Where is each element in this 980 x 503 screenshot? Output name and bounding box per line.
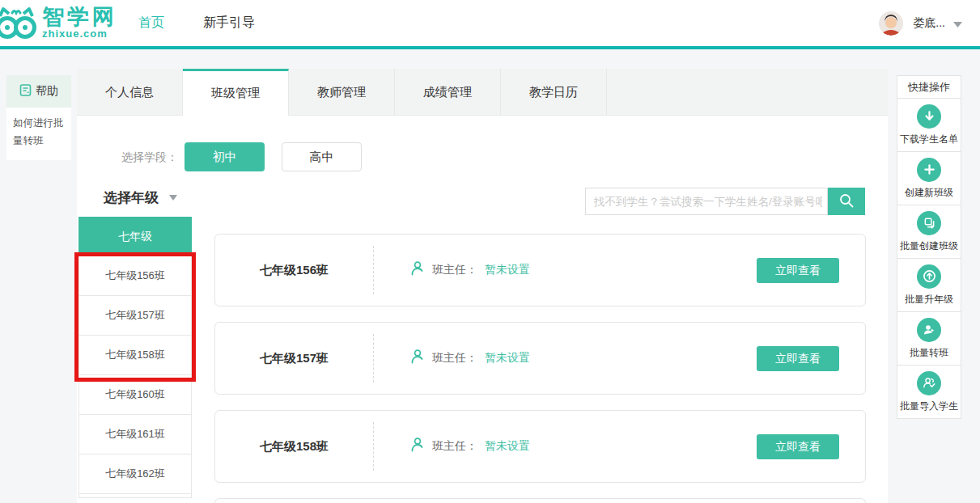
grade-select-label: 选择年级 (104, 190, 159, 205)
owl-logo-icon (0, 5, 37, 42)
help-title: 帮助 (36, 84, 58, 99)
quick-action-batch-create-classes[interactable]: 批量创建班级 (897, 205, 961, 259)
page: 智学网 zhixue.com 首页 新手引导 娄底... (0, 0, 980, 503)
user-menu[interactable]: 娄底... (879, 0, 962, 46)
brand-domain: zhixue.com (42, 27, 117, 40)
tab-bar-filler (607, 69, 888, 116)
users-import-icon (917, 371, 941, 395)
tab-class-management[interactable]: 班级管理 (183, 69, 289, 116)
help-link-batch-transfer[interactable]: 如何进行批量转班 (13, 117, 64, 146)
class-card: 七年级158班 班主任： 暂未设置 立即查看 (214, 410, 866, 483)
quick-action-create-class[interactable]: 创建新班级 (897, 151, 961, 205)
tab-content: 选择学段： 初中 高中 选择年级 (77, 116, 888, 503)
help-sidebar: 帮助 如何进行批量转班 (6, 75, 71, 160)
class-card-partial (214, 498, 866, 503)
grade-tile-active[interactable]: 七年级 (78, 217, 192, 256)
class-card-list: 七年级156班 班主任： 暂未设置 立即查看 (214, 234, 866, 503)
class-card-name: 七年级156班 (215, 235, 373, 306)
head-teacher-label: 班主任： (432, 263, 477, 277)
head-teacher-value[interactable]: 暂未设置 (485, 263, 530, 277)
class-card: 七年级156班 班主任： 暂未设置 立即查看 (214, 234, 866, 306)
person-icon (409, 349, 425, 368)
quick-action-batch-promote-grade[interactable]: 批量升年级 (897, 258, 961, 312)
stage-button-senior[interactable]: 高中 (282, 142, 362, 171)
help-doc-icon (19, 84, 32, 99)
person-icon (409, 437, 425, 456)
class-list: 七年级 七年级156班 七年级157班 七年级158班 七年级160班 七年级1… (78, 217, 192, 498)
head-teacher-label: 班主任： (432, 439, 477, 454)
chevron-down-icon (953, 16, 962, 31)
head-teacher-label: 班主任： (432, 351, 477, 366)
head-teacher-value[interactable]: 暂未设置 (485, 351, 530, 366)
student-search (585, 188, 865, 215)
person-icon (409, 260, 425, 280)
quick-actions-sidebar: 快捷操作 下载学生名单 创建新班级 (897, 75, 961, 419)
tab-teacher-management[interactable]: 教师管理 (289, 69, 395, 116)
help-header: 帮助 (6, 75, 71, 108)
nav-beginner-guide[interactable]: 新手引导 (203, 15, 255, 32)
tab-teaching-calendar[interactable]: 教学日历 (501, 69, 607, 116)
stage-button-junior[interactable]: 初中 (185, 142, 265, 171)
search-icon (838, 192, 855, 211)
top-nav: 首页 新手引导 (138, 15, 255, 32)
class-list-item[interactable]: 七年级156班 (78, 256, 192, 296)
user-transfer-icon (917, 318, 941, 342)
main-panel: 个人信息 班级管理 教师管理 成绩管理 教学日历 选择学段： 初中 高中 选择年… (77, 69, 888, 503)
avatar (879, 11, 903, 36)
user-name: 娄底... (913, 16, 945, 31)
class-list-item[interactable]: 七年级160班 (78, 374, 192, 415)
download-icon (917, 104, 941, 129)
class-list-item[interactable]: 七年级158班 (78, 335, 192, 375)
dashed-divider (373, 334, 374, 383)
quick-action-download-roster[interactable]: 下载学生名单 (897, 98, 961, 152)
tab-personal-info[interactable]: 个人信息 (77, 69, 183, 116)
class-card-name: 七年级157班 (215, 323, 373, 394)
class-list-item-partial (78, 493, 192, 498)
dashed-divider (373, 246, 374, 294)
copy-plus-icon (917, 211, 941, 235)
tab-score-management[interactable]: 成绩管理 (395, 69, 501, 116)
brand-logo[interactable]: 智学网 zhixue.com (0, 5, 117, 42)
view-now-button[interactable]: 立即查看 (757, 346, 839, 371)
view-now-button[interactable]: 立即查看 (757, 258, 839, 283)
plus-icon (917, 158, 941, 182)
head-teacher-value[interactable]: 暂未设置 (485, 439, 530, 454)
tab-bar: 个人信息 班级管理 教师管理 成绩管理 教学日历 (77, 69, 888, 116)
brand-name: 智学网 (42, 6, 117, 27)
arrow-up-circle-icon (917, 264, 941, 289)
grade-select-dropdown[interactable]: 选择年级 (104, 188, 177, 207)
class-list-item[interactable]: 七年级162班 (78, 454, 192, 494)
nav-home[interactable]: 首页 (138, 15, 164, 32)
top-header: 智学网 zhixue.com 首页 新手引导 娄底... (0, 0, 980, 49)
class-list-item[interactable]: 七年级161班 (78, 414, 192, 454)
search-input[interactable] (585, 188, 828, 215)
class-list-item[interactable]: 七年级157班 (78, 295, 192, 336)
stage-select-label: 选择学段： (121, 150, 178, 165)
view-now-button[interactable]: 立即查看 (757, 434, 839, 459)
class-card-name: 七年级158班 (215, 411, 373, 482)
dashed-divider (373, 422, 374, 471)
search-button[interactable] (828, 188, 865, 215)
class-card: 七年级157班 班主任： 暂未设置 立即查看 (214, 322, 866, 395)
quick-action-batch-import-students[interactable]: 批量导入学生 (897, 365, 961, 419)
help-body: 如何进行批量转班 (6, 108, 71, 160)
chevron-down-icon (169, 188, 177, 205)
quick-action-batch-transfer[interactable]: 批量转班 (897, 311, 961, 366)
quick-actions-title: 快捷操作 (897, 75, 961, 99)
